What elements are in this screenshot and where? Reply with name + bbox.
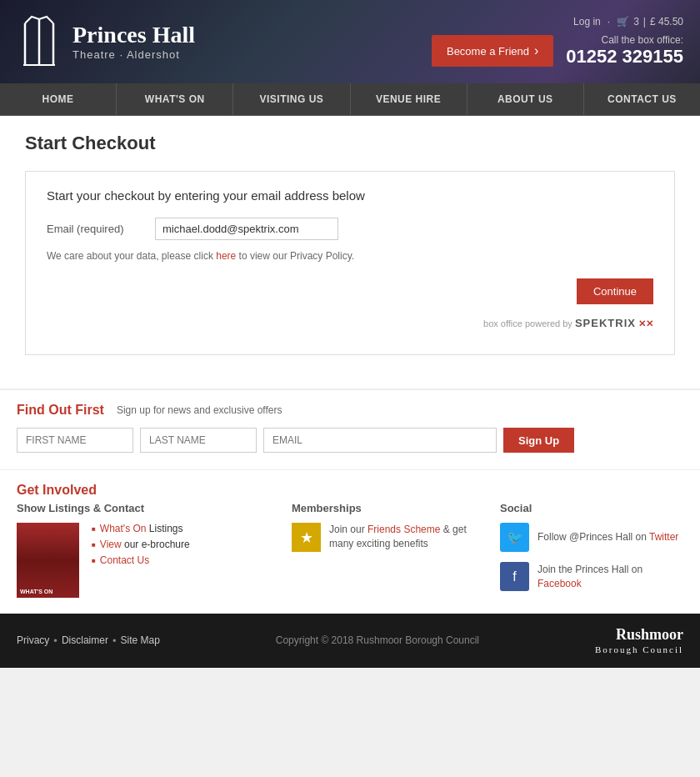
header-right: Log in · 🛒 3 | £ 45.50 Become a Friend C… xyxy=(432,16,683,68)
box-office-label: Call the box office: xyxy=(566,34,683,46)
memberships-column: Memberships ★ Join our Friends Scheme & … xyxy=(292,502,475,601)
basket-amount: £ 45.50 xyxy=(650,16,683,28)
dot-separator-1: • xyxy=(53,634,58,647)
list-item: Contact Us xyxy=(92,554,190,566)
find-out-section: Find Out First Sign up for news and excl… xyxy=(0,388,700,469)
listings-links: What's On Listings View our e-brochure C… xyxy=(92,523,190,598)
last-name-input[interactable] xyxy=(140,428,257,453)
friends-scheme-link[interactable]: Friends Scheme xyxy=(368,524,440,535)
nav-item-venue-hire[interactable]: VENUE HIRE xyxy=(351,83,468,115)
logo-title: Princes Hall xyxy=(72,23,195,48)
powered-by: box office powered by SPEKTRIX ✕✕ xyxy=(47,304,653,333)
footer-copyright: Copyright © 2018 Rushmoor Borough Counci… xyxy=(276,634,479,646)
star-icon: ★ xyxy=(292,523,321,552)
social-column: Social 🐦 Follow @Princes Hall on Twitter… xyxy=(500,502,683,601)
facebook-item: f Join the Princes Hall on Facebook xyxy=(500,562,683,591)
logo-icon xyxy=(17,15,62,69)
brochure-image: WHAT'S ON xyxy=(17,523,79,598)
spektrix-x-icon: ✕✕ xyxy=(638,318,653,328)
list-item: View our e-brochure xyxy=(92,539,190,550)
nav-item-home[interactable]: HOME xyxy=(0,83,117,115)
listings-content: WHAT'S ON What's On Listings View our e-… xyxy=(17,523,267,598)
basket-count: 3 xyxy=(633,16,639,28)
whats-on-link[interactable]: What's On Listings xyxy=(100,523,183,534)
find-out-header: Find Out First Sign up for news and excl… xyxy=(17,403,683,418)
list-item: What's On Listings xyxy=(92,523,190,534)
basket-separator: | xyxy=(643,16,646,28)
header-top-bar: Log in · 🛒 3 | £ 45.50 xyxy=(573,16,683,28)
become-friend-button[interactable]: Become a Friend xyxy=(432,35,553,67)
basket-info: 🛒 3 | £ 45.50 xyxy=(617,16,683,28)
find-out-subtitle: Sign up for news and exclusive offers xyxy=(117,404,282,416)
facebook-icon: f xyxy=(500,562,529,591)
privacy-link[interactable]: here xyxy=(216,250,236,262)
footer-links: Privacy • Disclaimer • Site Map xyxy=(17,634,160,647)
continue-button[interactable]: Continue xyxy=(577,278,653,304)
privacy-text: We care about your data, please click he… xyxy=(47,250,653,262)
twitter-icon: 🐦 xyxy=(500,523,529,552)
newsletter-form: Sign Up xyxy=(17,428,683,453)
privacy-footer-link[interactable]: Privacy xyxy=(17,634,49,646)
sitemap-link[interactable]: Site Map xyxy=(120,634,159,646)
email-row: Email (required) xyxy=(47,218,653,240)
header-middle: Become a Friend Call the box office: 012… xyxy=(432,34,683,68)
checkout-intro: Start your checkout by entering your ema… xyxy=(47,188,653,203)
first-name-input[interactable] xyxy=(17,428,133,453)
basket-icon: 🛒 xyxy=(617,16,629,28)
social-title: Social xyxy=(500,502,683,514)
facebook-text: Join the Princes Hall on Facebook xyxy=(538,563,683,591)
memberships-title: Memberships xyxy=(292,502,475,514)
twitter-item: 🐦 Follow @Princes Hall on Twitter xyxy=(500,523,683,552)
phone-number: 01252 329155 xyxy=(566,46,683,68)
main-nav: HOME WHAT'S ON VISITING US VENUE HIRE AB… xyxy=(0,83,700,116)
facebook-link[interactable]: Facebook xyxy=(538,578,582,589)
nav-item-about-us[interactable]: ABOUT US xyxy=(468,83,584,115)
email-label: Email (required) xyxy=(47,223,155,235)
rushmoor-logo: Rushmoor Borough Council xyxy=(595,626,683,655)
dot-separator-2: • xyxy=(112,634,117,647)
get-involved-title: Get Involved xyxy=(17,483,683,498)
listings-title: Show Listings & Contact xyxy=(17,502,267,514)
nav-item-contact-us[interactable]: CONTACT US xyxy=(584,83,700,115)
main-content: Start Checkout Start your checkout by en… xyxy=(0,116,700,388)
disclaimer-link[interactable]: Disclaimer xyxy=(62,634,108,646)
contact-us-link[interactable]: Contact Us xyxy=(100,554,149,566)
membership-item: ★ Join our Friends Scheme & get many exc… xyxy=(292,523,475,552)
ebrochure-link[interactable]: View our e-brochure xyxy=(100,539,190,550)
nav-item-whats-on[interactable]: WHAT'S ON xyxy=(117,83,233,115)
page-title: Start Checkout xyxy=(25,133,675,154)
twitter-text: Follow @Princes Hall on Twitter xyxy=(538,530,678,544)
get-involved-grid: Show Listings & Contact WHAT'S ON What's… xyxy=(17,502,683,601)
email-input[interactable] xyxy=(155,218,338,240)
login-link[interactable]: Log in xyxy=(573,16,601,28)
get-involved: Get Involved Show Listings & Contact WHA… xyxy=(0,469,700,614)
membership-text: Join our Friends Scheme & get many excit… xyxy=(329,523,475,551)
logo-subtitle: Theatre · Aldershot xyxy=(72,48,195,61)
signup-button[interactable]: Sign Up xyxy=(503,428,574,453)
twitter-link[interactable]: Twitter xyxy=(649,531,678,543)
listings-column: Show Listings & Contact WHAT'S ON What's… xyxy=(17,502,267,601)
header: Princes Hall Theatre · Aldershot Log in … xyxy=(0,0,700,83)
checkout-box: Start your checkout by entering your ema… xyxy=(25,171,675,355)
logo-area: Princes Hall Theatre · Aldershot xyxy=(17,15,195,69)
footer: Privacy • Disclaimer • Site Map Copyrigh… xyxy=(0,614,700,668)
box-office: Call the box office: 01252 329155 xyxy=(566,34,683,68)
nav-item-visiting-us[interactable]: VISITING US xyxy=(233,83,350,115)
find-out-title: Find Out First xyxy=(17,403,104,418)
newsletter-email-input[interactable] xyxy=(263,428,497,453)
logo-text: Princes Hall Theatre · Aldershot xyxy=(72,23,195,61)
separator: · xyxy=(608,16,610,28)
spektrix-logo: SPEKTRIX xyxy=(575,317,636,329)
